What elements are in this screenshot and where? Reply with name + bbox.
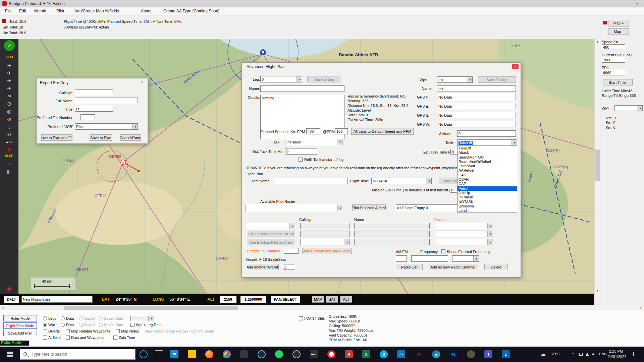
tray-chevron-icon[interactable]: ^ — [572, 352, 574, 356]
waypoint-icon[interactable]: ⊖ — [0, 101, 18, 107]
menu-add-create-map-airfields[interactable]: Add/Create Map Airfields — [74, 9, 119, 13]
map-scale-box[interactable]: 1:2500000 — [240, 296, 266, 303]
horizontal-scroll-thumb[interactable] — [64, 306, 238, 310]
wpt-name-input[interactable] — [437, 85, 516, 92]
menu-create-aa-type[interactable]: Create AA Type (Coming Soon) — [163, 9, 219, 13]
name-input-row2[interactable] — [354, 231, 430, 237]
delete-radio-button[interactable]: Delete — [484, 264, 508, 270]
legs-filter-select[interactable] — [130, 316, 154, 321]
task-option-joinup[interactable]: JoinUp — [458, 191, 517, 195]
taskbar-icon-netflix[interactable]: N — [415, 350, 423, 358]
taskbar-icon-gimp[interactable] — [467, 350, 475, 358]
clock-date[interactable]: 24/01/2022 — [608, 355, 626, 359]
speed-input[interactable] — [602, 44, 625, 50]
legs-saved-data-radio[interactable] — [99, 316, 103, 320]
vertical-scroll-thumb[interactable] — [595, 149, 600, 181]
confirm-icon[interactable]: ✓ — [4, 40, 15, 51]
aircraft-small-icon[interactable]: ✈ — [0, 85, 18, 92]
window-titlebar[interactable]: Shotgun Pinboard: F-16 Falcon – □ × — [0, 0, 644, 7]
record-icon[interactable]: ◉ — [0, 285, 18, 292]
task-option-searchfortoo[interactable]: SearchForTOO — [458, 155, 517, 160]
external-frequency-checkbox[interactable] — [441, 249, 445, 253]
callsign-input-row2[interactable] — [300, 231, 350, 237]
clock-time[interactable]: 2:23 PM — [609, 349, 623, 353]
download-icon[interactable]: ↓ — [0, 124, 18, 130]
fuel-input[interactable] — [602, 57, 625, 63]
ppm-input[interactable] — [335, 128, 348, 134]
task-option-unknown[interactable]: Unknown — [458, 204, 517, 208]
aircraft-route-icon[interactable]: ✈ — [0, 70, 18, 76]
maximize-button[interactable]: □ — [617, 0, 631, 7]
position-select-row2[interactable] — [436, 231, 493, 237]
close-button[interactable]: × — [631, 0, 644, 7]
scroll-up-icon[interactable]: ▲ — [595, 39, 600, 45]
map-horizontal-scrollbar[interactable]: ◄ ► — [0, 305, 644, 310]
wpt-number-select[interactable]: Init — [437, 76, 473, 83]
use-pilot-crew-button[interactable]: Use Existing Pilot as Crew — [247, 239, 295, 245]
afp-dialog-title[interactable]: Advanced Flight Plan — [247, 64, 284, 69]
formation-icon[interactable]: ∞ — [0, 93, 18, 99]
airfields-checkbox[interactable] — [43, 336, 47, 340]
fullname-input[interactable] — [75, 98, 138, 103]
search-input[interactable] — [32, 352, 125, 357]
name-input-row1[interactable] — [354, 223, 430, 229]
pilot-select-row1[interactable] — [247, 223, 295, 229]
add-aircraft-count-input[interactable] — [283, 264, 295, 270]
task-option-aarefuel[interactable]: AARefuel — [458, 168, 517, 173]
delete-tool-icon[interactable]: × — [0, 146, 18, 153]
save-position-tail-button[interactable]: Save Position and Tail Number — [302, 248, 352, 254]
task-option-cas[interactable]: CAS — [458, 173, 517, 177]
name-input-row3[interactable] — [354, 239, 430, 245]
save-to-wpt-button[interactable]: Save To Wpt — [478, 76, 516, 83]
wpt-altitude-input[interactable] — [457, 130, 516, 137]
wpt-task-select[interactable]: TakeOff — [457, 139, 517, 146]
data-waypoints-checkbox[interactable] — [66, 336, 70, 340]
map-zoom-in-button[interactable]: Map + — [608, 20, 629, 26]
crew-select-row3[interactable] — [300, 239, 350, 245]
task-option-takeoff[interactable]: TakeOff — [458, 146, 517, 150]
cancel-done-button[interactable]: Cancel/Done — [120, 134, 141, 141]
taskbar-icon-edge[interactable]: e — [432, 350, 440, 358]
taskbar-icon-r-project[interactable]: R — [345, 350, 353, 358]
taskbar-icon-opera[interactable] — [327, 350, 335, 358]
use-pilot-copilot-button[interactable]: Use Existing Pilot as CoPilot — [247, 231, 295, 237]
obj-tool-label[interactable]: OBJ — [0, 55, 18, 59]
wpt-saved-data-radio[interactable] — [99, 323, 103, 327]
task-option-csar[interactable]: CSAR — [458, 177, 517, 182]
aircraft-icon[interactable]: ✈ — [0, 62, 18, 69]
dflt-button[interactable]: DFLT — [4, 296, 19, 303]
save-to-leg-button[interactable]: Save to Leg — [307, 76, 341, 82]
map-vertical-scrollbar[interactable]: ▲ ▼ — [594, 39, 600, 294]
route-tool-icon[interactable]: ○- — [0, 161, 18, 168]
menu-aircraft[interactable]: Aircraft — [34, 9, 46, 13]
task-option-land[interactable]: Land — [458, 208, 517, 213]
taskbar-icon-epic-games[interactable]: EPIC — [310, 350, 318, 358]
gps-s-input[interactable] — [437, 112, 516, 118]
gps-w-input[interactable] — [437, 121, 516, 127]
save-plan-button[interactable]: Save to Plan — [90, 134, 112, 141]
gps-n-input[interactable] — [437, 94, 516, 100]
taskbar-icon-steam[interactable] — [258, 350, 266, 358]
runway-tool-icon[interactable]: ⊩ — [0, 169, 18, 175]
start-timer-button[interactable]: Start Timer — [603, 79, 633, 85]
scroll-left-icon[interactable]: ◄ — [0, 305, 5, 310]
leg-select[interactable]: 0 — [260, 76, 302, 82]
leg-task-select[interactable]: InTransit — [285, 139, 342, 145]
amfm-input[interactable] — [396, 255, 407, 262]
notification-center-icon[interactable] — [633, 352, 638, 356]
add-aircraft-button[interactable]: Add another Aircraft — [247, 264, 279, 270]
save-add-plan-button[interactable]: Save/Add Plan — [3, 330, 37, 336]
aircraft-top-icon[interactable]: ✈ — [0, 77, 18, 84]
taskbar-icon-firefox[interactable] — [205, 350, 213, 358]
weather-temp[interactable]: 29°C — [552, 352, 560, 356]
network-icon[interactable] — [586, 353, 589, 356]
radio-list-button[interactable]: Radio List — [396, 264, 423, 270]
position-select-row1[interactable] — [436, 223, 493, 229]
map-related-waypoints-checkbox[interactable] — [66, 329, 70, 333]
battery-icon[interactable] — [579, 353, 583, 356]
menu-pilot[interactable]: Pilot — [56, 9, 64, 13]
minimize-button[interactable]: – — [604, 0, 617, 7]
target-remove-icon[interactable]: ⊗ — [0, 116, 18, 123]
taskbar-icon-photoshop[interactable]: Ps — [449, 350, 458, 358]
target-icon[interactable]: ◎ — [0, 108, 18, 115]
